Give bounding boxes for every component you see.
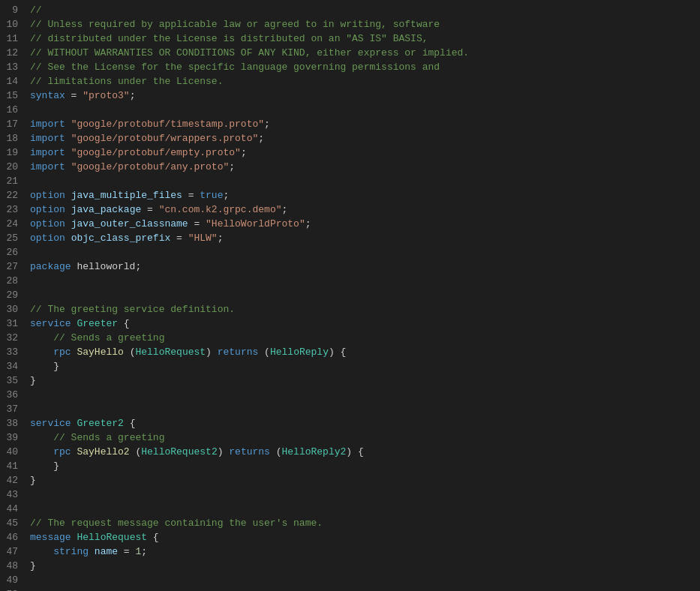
line-content: option java_multiple_files = true; [27, 188, 700, 202]
line-number: 25 [0, 231, 27, 245]
code-line: 41 } [0, 459, 700, 473]
line-content: // distributed under the License is dist… [27, 32, 700, 46]
line-number: 41 [0, 459, 27, 473]
line-content: import "google/protobuf/any.proto"; [27, 160, 700, 174]
line-content: service Greeter { [27, 316, 700, 331]
code-line: 18import "google/protobuf/wrappers.proto… [0, 131, 700, 146]
line-number: 46 [0, 530, 27, 544]
code-line: 35} [0, 374, 700, 388]
line-content: option objc_class_prefix = "HLW"; [27, 231, 700, 245]
line-number: 35 [0, 374, 27, 388]
line-content: // The greeting service definition. [27, 302, 700, 316]
line-content: // Sends a greeting [27, 331, 700, 345]
line-number: 44 [0, 502, 27, 516]
line-number: 49 [0, 573, 27, 587]
line-number: 29 [0, 288, 27, 302]
code-line: 48} [0, 559, 700, 573]
line-content [27, 488, 700, 502]
line-number: 42 [0, 473, 27, 488]
line-number: 22 [0, 188, 27, 202]
line-number: 30 [0, 302, 27, 316]
code-line: 28 [0, 274, 700, 288]
code-line: 31service Greeter { [0, 316, 700, 331]
code-line: 43 [0, 488, 700, 502]
code-line: 30// The greeting service definition. [0, 302, 700, 316]
line-content: } [27, 374, 700, 388]
line-number: 32 [0, 331, 27, 345]
code-line: 15syntax = "proto3"; [0, 88, 700, 103]
code-line: 10// Unless required by applicable law o… [0, 17, 700, 32]
line-content: import "google/protobuf/wrappers.proto"; [27, 131, 700, 146]
line-number: 11 [0, 32, 27, 46]
code-line: 45// The request message containing the … [0, 516, 700, 530]
line-number: 19 [0, 146, 27, 160]
code-line: 12// WITHOUT WARRANTIES OR CONDITIONS OF… [0, 46, 700, 60]
line-number: 20 [0, 160, 27, 174]
line-number: 37 [0, 402, 27, 416]
line-number: 17 [0, 117, 27, 131]
line-number: 43 [0, 488, 27, 502]
code-line: 32 // Sends a greeting [0, 331, 700, 345]
line-content: } [27, 559, 700, 573]
code-line: 33 rpc SayHello (HelloRequest) returns (… [0, 345, 700, 359]
code-line: 25option objc_class_prefix = "HLW"; [0, 231, 700, 245]
line-number: 36 [0, 388, 27, 402]
code-line: 23option java_package = "cn.com.k2.grpc.… [0, 202, 700, 217]
line-content: } [27, 459, 700, 473]
line-content: syntax = "proto3"; [27, 88, 700, 103]
line-content: message HelloRequest { [27, 530, 700, 544]
line-content: string name = 1; [27, 544, 700, 559]
line-content: // Sends a greeting [27, 430, 700, 445]
line-content [27, 573, 700, 587]
line-content: service Greeter2 { [27, 416, 700, 430]
line-number: 33 [0, 345, 27, 359]
code-line: 22option java_multiple_files = true; [0, 188, 700, 202]
line-content [27, 274, 700, 288]
line-number: 34 [0, 359, 27, 374]
line-content: package helloworld; [27, 260, 700, 274]
code-line: 9// [0, 3, 700, 17]
line-number: 24 [0, 217, 27, 231]
line-number: 23 [0, 202, 27, 217]
code-line: 27package helloworld; [0, 260, 700, 274]
line-content [27, 245, 700, 260]
line-content: // [27, 3, 700, 17]
code-line: 49 [0, 573, 700, 587]
line-content [27, 103, 700, 117]
code-line: 14// limitations under the License. [0, 74, 700, 88]
line-content [27, 502, 700, 516]
line-content: option java_package = "cn.com.k2.grpc.de… [27, 202, 700, 217]
code-line: 39 // Sends a greeting [0, 430, 700, 445]
code-line: 36 [0, 388, 700, 402]
code-line: 13// See the License for the specific la… [0, 60, 700, 74]
line-content [27, 174, 700, 188]
code-line: 24option java_outer_classname = "HelloWo… [0, 217, 700, 231]
line-content [27, 587, 700, 591]
code-editor: 9//10// Unless required by applicable la… [0, 0, 700, 591]
line-content: // Unless required by applicable law or … [27, 17, 700, 32]
line-number: 9 [0, 3, 27, 17]
line-content [27, 288, 700, 302]
code-line: 46message HelloRequest { [0, 530, 700, 544]
line-content: option java_outer_classname = "HelloWorl… [27, 217, 700, 231]
line-number: 40 [0, 445, 27, 459]
code-line: 44 [0, 502, 700, 516]
code-line: 40 rpc SayHello2 (HelloRequest2) returns… [0, 445, 700, 459]
line-number: 31 [0, 316, 27, 331]
line-content: import "google/protobuf/empty.proto"; [27, 146, 700, 160]
line-content [27, 388, 700, 402]
line-number: 16 [0, 103, 27, 117]
line-content: } [27, 473, 700, 488]
code-line: 38service Greeter2 { [0, 416, 700, 430]
line-content: import "google/protobuf/timestamp.proto"… [27, 117, 700, 131]
code-line: 50 [0, 587, 700, 591]
line-number: 12 [0, 46, 27, 60]
line-content: rpc SayHello (HelloRequest) returns (Hel… [27, 345, 700, 359]
line-number: 27 [0, 260, 27, 274]
code-line: 42} [0, 473, 700, 488]
code-line: 17import "google/protobuf/timestamp.prot… [0, 117, 700, 131]
line-number: 48 [0, 559, 27, 573]
line-number: 18 [0, 131, 27, 146]
code-line: 16 [0, 103, 700, 117]
line-number: 13 [0, 60, 27, 74]
